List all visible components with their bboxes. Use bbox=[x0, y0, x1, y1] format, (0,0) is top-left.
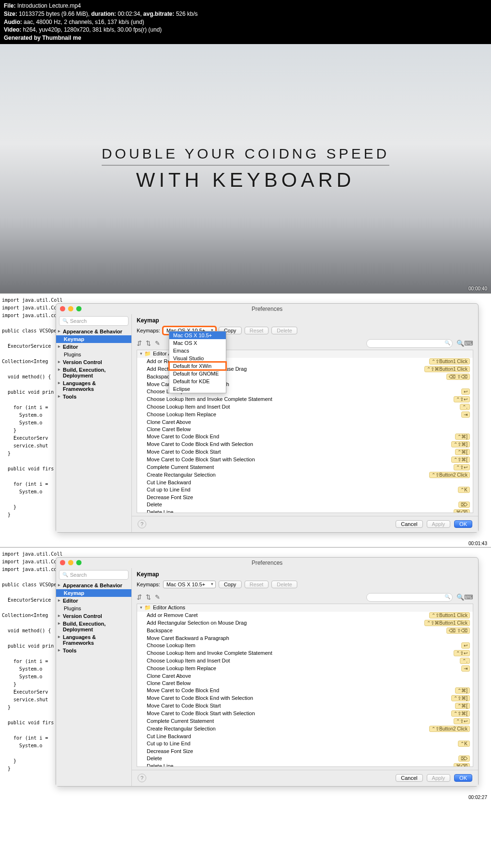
sidebar-item-languages-frameworks[interactable]: Languages & Frameworks bbox=[56, 379, 131, 393]
dropdown-option[interactable]: Emacs bbox=[169, 347, 226, 354]
action-row[interactable]: Backspace⌫ ⇧⌫ bbox=[137, 627, 473, 635]
cancel-button[interactable]: Cancel bbox=[396, 520, 422, 528]
sidebar-item-version-control[interactable]: Version Control bbox=[56, 612, 131, 620]
action-row[interactable]: Add or Remove Caret⌃⇧Button1 Click bbox=[137, 612, 473, 619]
action-row[interactable]: Clone Caret Above bbox=[137, 419, 473, 426]
help-icon[interactable]: ? bbox=[138, 520, 146, 528]
action-row[interactable]: Delete⌦ bbox=[137, 755, 473, 763]
sidebar-item-version-control[interactable]: Version Control bbox=[56, 358, 131, 366]
action-row[interactable]: Delete Line⌘⌫ bbox=[137, 509, 473, 513]
shortcut-badge: ⌃. bbox=[460, 404, 470, 410]
close-icon[interactable] bbox=[60, 306, 65, 311]
sidebar-item-plugins[interactable]: Plugins bbox=[56, 351, 131, 358]
action-row[interactable]: Clone Caret Below bbox=[137, 680, 473, 687]
sidebar-item-keymap[interactable]: Keymap bbox=[56, 335, 131, 343]
close-icon[interactable] bbox=[60, 560, 65, 565]
minimize-icon[interactable] bbox=[68, 560, 73, 565]
sidebar-item-build-execution-deployment[interactable]: Build, Execution, Deployment bbox=[56, 620, 131, 633]
reset-button[interactable]: Reset bbox=[245, 581, 269, 588]
action-row[interactable]: Choose Lookup Item Replace⇥ bbox=[137, 665, 473, 673]
action-row[interactable]: Choose Lookup Item and Insert Dot⌃. bbox=[137, 403, 473, 411]
action-row[interactable]: Cut Line Backward bbox=[137, 479, 473, 486]
sidebar-item-tools[interactable]: Tools bbox=[56, 393, 131, 400]
action-row[interactable]: Move Caret to Code Block Start with Sele… bbox=[137, 456, 473, 464]
action-row[interactable]: Move Caret to Code Block End with Select… bbox=[137, 441, 473, 448]
edit-icon[interactable]: ✎ bbox=[155, 340, 160, 347]
keymap-dropdown-list[interactable]: Mac OS X 10.5+Mac OS XEmacsVisual Studio… bbox=[169, 331, 226, 393]
minimize-icon[interactable] bbox=[68, 306, 73, 311]
action-row[interactable]: Move Caret to Code Block Start⌃⌘[ bbox=[137, 448, 473, 456]
expand-icon[interactable]: ⇵ bbox=[137, 594, 142, 601]
action-row[interactable]: Clone Caret Below bbox=[137, 426, 473, 433]
sidebar-item-plugins[interactable]: Plugins bbox=[56, 605, 131, 612]
action-row[interactable]: Create Rectangular Selection⌃⇧Button2 Cl… bbox=[137, 725, 473, 733]
dropdown-option[interactable]: Visual Studio bbox=[169, 354, 226, 362]
delete-button[interactable]: Delete bbox=[271, 327, 297, 334]
ok-button[interactable]: OK bbox=[454, 774, 472, 782]
action-search-input[interactable] bbox=[366, 593, 453, 602]
sidebar-item-build-execution-deployment[interactable]: Build, Execution, Deployment bbox=[56, 366, 131, 379]
cancel-button[interactable]: Cancel bbox=[396, 774, 422, 782]
dropdown-option[interactable]: Default for GNOME bbox=[169, 370, 226, 377]
traffic-lights bbox=[60, 560, 82, 565]
apply-button[interactable]: Apply bbox=[427, 520, 451, 528]
action-row[interactable]: Choose Lookup Item Replace⇥ bbox=[137, 411, 473, 419]
action-row[interactable]: Choose Lookup Item and Invoke Complete S… bbox=[137, 396, 473, 403]
action-row[interactable]: Create Rectangular Selection⌃⇧Button2 Cl… bbox=[137, 471, 473, 479]
maximize-icon[interactable] bbox=[76, 560, 82, 565]
action-row[interactable]: Move Caret to Code Block Start with Sele… bbox=[137, 710, 473, 718]
copy-button[interactable]: Copy bbox=[219, 581, 242, 588]
action-row[interactable]: Cut up to Line End⌃K bbox=[137, 740, 473, 748]
sidebar-search-input[interactable]: Search bbox=[59, 316, 129, 326]
sidebar-item-appearance-behavior[interactable]: Appearance & Behavior bbox=[56, 582, 131, 589]
action-row[interactable]: Move Caret Backward a Paragraph bbox=[137, 635, 473, 642]
window-titlebar[interactable]: Preferences bbox=[56, 304, 478, 314]
find-shortcut-icon[interactable]: 🔍⌨ bbox=[456, 594, 473, 601]
action-row[interactable]: Move Caret to Code Block End⌃⌘] bbox=[137, 687, 473, 695]
collapse-icon[interactable]: ⇅ bbox=[146, 340, 151, 347]
apply-button[interactable]: Apply bbox=[427, 774, 451, 782]
action-row[interactable]: Delete Line⌘⌫ bbox=[137, 763, 473, 767]
sidebar-item-editor[interactable]: Editor bbox=[56, 343, 131, 351]
edit-icon[interactable]: ✎ bbox=[155, 594, 160, 601]
reset-button[interactable]: Reset bbox=[245, 327, 269, 334]
action-row[interactable]: Choose Lookup Item and Insert Dot⌃. bbox=[137, 657, 473, 665]
action-row[interactable]: Decrease Font Size bbox=[137, 748, 473, 755]
action-row[interactable]: Move Caret to Code Block End with Select… bbox=[137, 695, 473, 702]
delete-button[interactable]: Delete bbox=[271, 581, 297, 588]
ok-button[interactable]: OK bbox=[454, 520, 472, 528]
dropdown-option[interactable]: Eclipse bbox=[169, 385, 226, 393]
maximize-icon[interactable] bbox=[76, 306, 82, 311]
window-titlebar[interactable]: Preferences bbox=[56, 558, 478, 568]
action-row[interactable]: Decrease Font Size bbox=[137, 494, 473, 501]
sidebar-search-input[interactable]: Search bbox=[59, 570, 129, 580]
sidebar-item-appearance-behavior[interactable]: Appearance & Behavior bbox=[56, 328, 131, 335]
sidebar-item-languages-frameworks[interactable]: Languages & Frameworks bbox=[56, 633, 131, 647]
action-row[interactable]: Complete Current Statement⌃⇧↩ bbox=[137, 464, 473, 471]
find-shortcut-icon[interactable]: 🔍⌨ bbox=[456, 340, 473, 347]
action-search-input[interactable] bbox=[366, 339, 453, 348]
action-row[interactable]: Move Caret to Code Block Start⌃⌘[ bbox=[137, 702, 473, 710]
action-tree[interactable]: 📁Editor ActionsAdd or Remove Caret⌃⇧Butt… bbox=[137, 604, 473, 767]
sidebar-item-tools[interactable]: Tools bbox=[56, 647, 131, 654]
action-row[interactable]: Clone Caret Above bbox=[137, 673, 473, 680]
sidebar-item-editor[interactable]: Editor bbox=[56, 597, 131, 605]
action-row[interactable]: Cut Line Backward bbox=[137, 733, 473, 740]
action-row[interactable]: Complete Current Statement⌃⇧↩ bbox=[137, 718, 473, 725]
action-row[interactable]: Move Caret to Code Block End⌃⌘] bbox=[137, 433, 473, 441]
action-row[interactable]: Cut up to Line End⌃K bbox=[137, 486, 473, 494]
action-row[interactable]: Choose Lookup Item↩ bbox=[137, 642, 473, 650]
sidebar-item-keymap[interactable]: Keymap bbox=[56, 589, 131, 597]
dropdown-option[interactable]: Mac OS X bbox=[169, 339, 226, 347]
help-icon[interactable]: ? bbox=[138, 774, 146, 782]
keymap-combo[interactable]: Mac OS X 10.5+ bbox=[163, 581, 216, 588]
collapse-icon[interactable]: ⇅ bbox=[146, 594, 151, 601]
dropdown-option[interactable]: Default for KDE bbox=[169, 377, 226, 385]
dropdown-option[interactable]: Mac OS X 10.5+ bbox=[169, 331, 226, 339]
action-row[interactable]: Delete⌦ bbox=[137, 501, 473, 509]
dropdown-option[interactable]: Default for XWin bbox=[169, 362, 226, 370]
action-row[interactable]: Choose Lookup Item and Invoke Complete S… bbox=[137, 650, 473, 657]
action-row[interactable]: Add Rectangular Selection on Mouse Drag⌃… bbox=[137, 619, 473, 627]
action-group[interactable]: 📁Editor Actions bbox=[137, 604, 473, 612]
expand-icon[interactable]: ⇵ bbox=[137, 340, 142, 347]
